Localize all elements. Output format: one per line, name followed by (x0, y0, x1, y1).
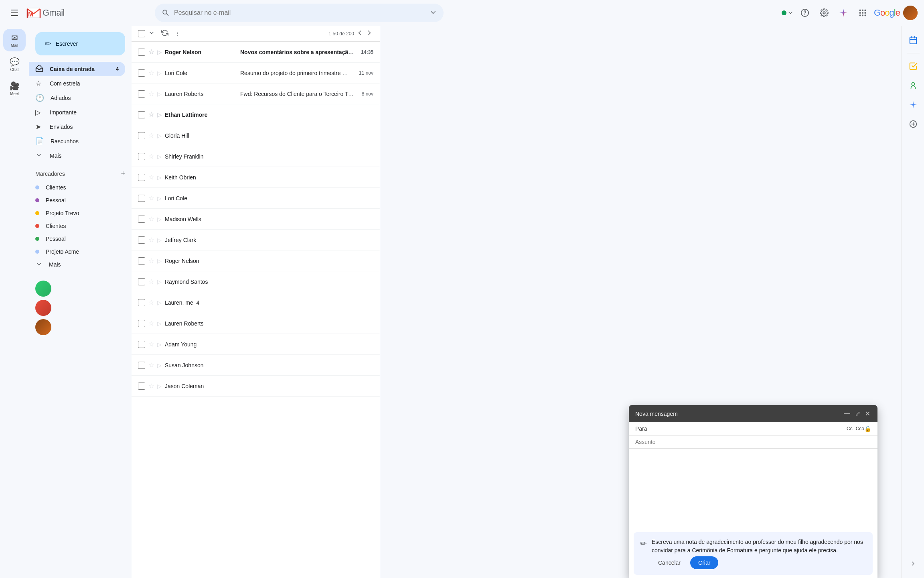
apps-button[interactable] (855, 5, 871, 21)
table-row[interactable]: ☆ ▷ Shirley Franklin (132, 146, 380, 167)
email-checkbox-5[interactable] (138, 132, 145, 139)
table-row[interactable]: ☆ ▷ Ethan Lattimore (132, 104, 380, 125)
email-checkbox-4[interactable] (138, 111, 145, 118)
star-icon-12[interactable]: ☆ (148, 278, 154, 285)
compose-minimize-button[interactable]: — (843, 409, 851, 418)
star-icon-6[interactable]: ☆ (148, 153, 154, 160)
star-icon-4[interactable]: ☆ (148, 111, 154, 118)
email-checkbox-16[interactable] (138, 362, 145, 369)
compose-header[interactable]: Nova mensagem — ⤢ ✕ (629, 405, 877, 422)
nav-drafts[interactable]: 📄 Rascunhos (29, 134, 125, 149)
add-app-button[interactable] (905, 116, 921, 132)
star-icon-1[interactable]: ☆ (148, 48, 154, 56)
search-input[interactable] (174, 9, 424, 16)
contact-avatar-3[interactable] (35, 319, 51, 335)
table-row[interactable]: ☆ ▷ Lori Cole Resumo do projeto do prime… (132, 63, 380, 83)
star-icon-5[interactable]: ☆ (148, 132, 154, 139)
table-row[interactable]: ☆ ▷ Jeffrey Clark (132, 230, 380, 250)
email-checkbox-14[interactable] (138, 320, 145, 327)
label-clientes1[interactable]: Clientes (29, 181, 125, 194)
table-row[interactable]: ☆ ▷ Gloria Hill (132, 125, 380, 146)
email-checkbox-7[interactable] (138, 174, 145, 181)
nav-inbox[interactable]: Caixa de entrada 4 (29, 62, 125, 76)
star-icon-16[interactable]: ☆ (148, 361, 154, 369)
label-clientes2[interactable]: Clientes (29, 220, 125, 232)
more-options-button[interactable]: ⋮ (175, 31, 180, 37)
user-avatar[interactable] (903, 6, 918, 20)
expand-panel-button[interactable] (905, 556, 921, 572)
table-row[interactable]: ☆ ▷ Jason Coleman (132, 376, 380, 397)
sidebar-item-mail[interactable]: ✉ Mail (3, 29, 26, 51)
email-checkbox-11[interactable] (138, 257, 145, 265)
table-row[interactable]: ☆ ▷ Lauren Roberts Fwd: Recursos do Clie… (132, 83, 380, 104)
table-row[interactable]: ☆ ▷ Keith Obrien (132, 167, 380, 188)
create-button[interactable]: Criar (690, 556, 718, 569)
nav-more[interactable]: Mais (29, 149, 125, 163)
compose-bcc-button[interactable]: Cco (856, 426, 864, 431)
cancel-button[interactable]: Cancelar (652, 556, 687, 569)
table-row[interactable]: ☆ ▷ Lori Cole (132, 188, 380, 209)
email-checkbox-12[interactable] (138, 278, 145, 285)
help-button[interactable] (797, 5, 813, 21)
star-icon-2[interactable]: ☆ (148, 69, 154, 77)
select-all-chevron-icon[interactable] (148, 30, 155, 37)
tasks-app-button[interactable] (905, 58, 921, 74)
table-row[interactable]: ☆ ▷ Roger Nelson (132, 250, 380, 271)
compose-cc-button[interactable]: Cc (847, 426, 853, 431)
email-checkbox-8[interactable] (138, 195, 145, 202)
hamburger-menu-button[interactable] (6, 5, 22, 21)
calendar-app-button[interactable] (905, 32, 921, 48)
email-checkbox-17[interactable] (138, 383, 145, 390)
star-icon-8[interactable]: ☆ (148, 194, 154, 202)
star-icon-3[interactable]: ☆ (148, 90, 154, 98)
refresh-button[interactable] (161, 29, 168, 38)
label-projeto-acme[interactable]: Projeto Acme (29, 245, 125, 258)
email-checkbox-1[interactable] (138, 49, 145, 56)
gemini-button[interactable] (835, 5, 851, 21)
nav-sent[interactable]: ➤ Enviados (29, 120, 125, 134)
contact-avatar-2[interactable] (35, 300, 51, 316)
email-checkbox-3[interactable] (138, 90, 145, 98)
nav-starred[interactable]: ☆ Com estrela (29, 76, 125, 91)
table-row[interactable]: ☆ ▷ Adam Young (132, 334, 380, 355)
compose-body[interactable] (629, 449, 877, 529)
gemini-app-button[interactable] (905, 97, 921, 113)
table-row[interactable]: ☆ ▷ Susan Johnson (132, 355, 380, 376)
email-checkbox-2[interactable] (138, 69, 145, 77)
status-indicator[interactable] (782, 10, 794, 16)
compose-subject-input[interactable] (635, 439, 871, 445)
email-checkbox-9[interactable] (138, 216, 145, 223)
star-icon-15[interactable]: ☆ (148, 340, 154, 348)
nav-snoozed[interactable]: 🕐 Adiados (29, 91, 125, 105)
contact-avatar-1[interactable] (35, 281, 51, 297)
select-all-checkbox[interactable] (138, 30, 145, 37)
compose-to-input[interactable] (654, 425, 847, 432)
star-icon-14[interactable]: ☆ (148, 320, 154, 327)
compose-expand-button[interactable]: ⤢ (854, 409, 861, 418)
sidebar-item-chat[interactable]: 💬 Chat (3, 53, 26, 75)
search-inner[interactable] (155, 4, 444, 22)
prev-page-button[interactable] (356, 29, 364, 38)
star-icon-11[interactable]: ☆ (148, 257, 154, 265)
contacts-app-button[interactable] (905, 77, 921, 94)
table-row[interactable]: ☆ ▷ Roger Nelson Novos comentários sobre… (132, 42, 380, 63)
star-icon-10[interactable]: ☆ (148, 236, 154, 244)
label-projeto-trevo[interactable]: Projeto Trevo (29, 207, 125, 220)
star-icon-13[interactable]: ☆ (148, 299, 154, 306)
table-row[interactable]: ☆ ▷ Lauren Roberts (132, 313, 380, 334)
labels-more[interactable]: Mais (29, 258, 125, 271)
compose-close-button[interactable]: ✕ (864, 409, 871, 418)
label-pessoal1[interactable]: Pessoal (29, 194, 125, 207)
email-checkbox-6[interactable] (138, 153, 145, 160)
table-row[interactable]: ☆ ▷ Lauren, me 4 (132, 292, 380, 313)
star-icon-17[interactable]: ☆ (148, 382, 154, 390)
label-pessoal2[interactable]: Pessoal (29, 232, 125, 245)
email-checkbox-15[interactable] (138, 341, 145, 348)
table-row[interactable]: ☆ ▷ Raymond Santos (132, 271, 380, 292)
table-row[interactable]: ☆ ▷ Madison Wells (132, 209, 380, 230)
star-icon-7[interactable]: ☆ (148, 173, 154, 181)
add-label-button[interactable]: + (121, 169, 125, 178)
next-page-button[interactable] (365, 29, 373, 38)
email-checkbox-10[interactable] (138, 236, 145, 244)
nav-important[interactable]: ▷ Importante (29, 105, 125, 120)
